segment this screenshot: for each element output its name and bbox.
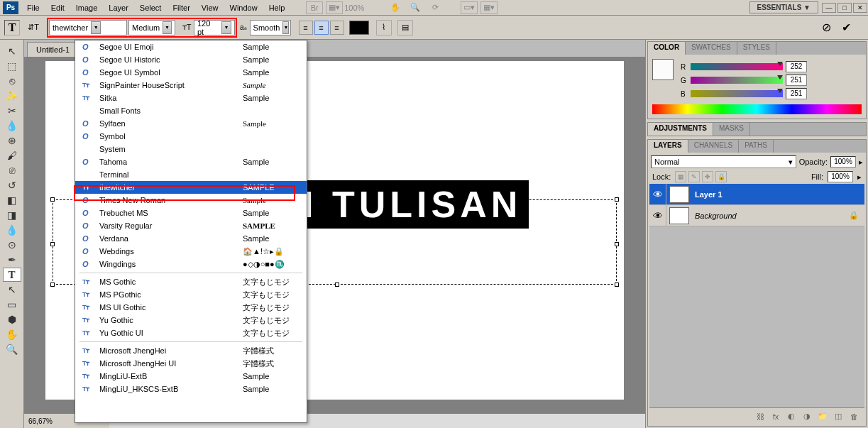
minimize-button[interactable]: — (822, 3, 836, 13)
tab-layers[interactable]: LAYERS (648, 140, 688, 153)
path-select-icon[interactable]: ↖ (3, 282, 21, 297)
font-family-combo[interactable]: thewitcher▼ (49, 20, 127, 35)
screen-mode-icon[interactable]: ▭▾ (461, 1, 478, 14)
align-left-button[interactable]: ≡ (299, 21, 313, 35)
eyedropper-tool-icon[interactable]: 💧 (3, 119, 21, 133)
font-item[interactable]: TᴛMS UI Gothic文字もじモジ (75, 301, 307, 314)
font-item[interactable]: TᴛMicrosoft JhengHei字體樣式 (75, 344, 307, 357)
blur-tool-icon[interactable]: 💧 (3, 223, 21, 237)
align-center-button[interactable]: ≡ (314, 21, 329, 35)
r-slider[interactable] (691, 63, 783, 70)
font-item[interactable]: Terminal (75, 168, 307, 181)
visibility-icon[interactable]: 👁 (649, 205, 666, 226)
fg-color-swatch[interactable] (652, 59, 674, 80)
font-item[interactable]: TᴛMicrosoft JhengHei UI字體樣式 (75, 357, 307, 370)
shape-tool-icon[interactable]: ▭ (3, 297, 21, 312)
font-item[interactable]: TᴛMingLiU_HKSCS-ExtBSample (75, 383, 307, 395)
tool-preset[interactable]: T (4, 20, 20, 35)
type-tool-icon[interactable]: T (3, 268, 21, 282)
font-item[interactable]: OWebdings🏠▲!☆▸🔒 (75, 245, 307, 258)
tab-paths[interactable]: PATHS (739, 140, 774, 153)
rotate-icon[interactable]: ⟳ (427, 1, 444, 14)
font-item[interactable]: OSylfaenSample (75, 117, 307, 130)
font-item[interactable]: OVerdanaSample (75, 232, 307, 245)
font-item[interactable]: OSegoe UI EmojiSample (75, 40, 307, 53)
gradient-tool-icon[interactable]: ◨ (3, 208, 21, 222)
link-layers-icon[interactable]: ⛓ (754, 410, 767, 423)
layer-row[interactable]: 👁Background🔒 (649, 205, 864, 226)
g-value[interactable]: 251 (786, 75, 807, 86)
font-item[interactable]: OWingdings●◇◑○■●♏ (75, 258, 307, 270)
font-item[interactable]: OSegoe UI HistoricSample (75, 53, 307, 66)
font-item[interactable]: OTrebuchet MSSample (75, 207, 307, 219)
font-item[interactable]: Small Fonts (75, 104, 307, 117)
visibility-icon[interactable]: 👁 (649, 184, 666, 205)
bridge-icon[interactable]: Br (306, 1, 323, 14)
align-right-button[interactable]: ≡ (330, 21, 344, 35)
font-item[interactable]: OTimes New RomanSample (75, 194, 307, 207)
zoom-tool-icon[interactable]: 🔍 (3, 342, 21, 356)
font-item[interactable]: TᴛthewitcherSAMPLE (75, 181, 307, 194)
commit-icon[interactable]: ✔ (838, 20, 854, 35)
menu-edit[interactable]: Edit (45, 1, 70, 14)
fill-value[interactable]: 100% (828, 171, 853, 182)
menu-layer[interactable]: Layer (103, 1, 134, 14)
hand-icon[interactable]: ✋ (387, 1, 404, 14)
adjustment-layer-icon[interactable]: ◑ (801, 410, 813, 423)
pen-tool-icon[interactable]: ✒ (3, 253, 21, 267)
font-item[interactable]: TᴛSignPainter HouseScriptSample (75, 79, 307, 92)
heal-tool-icon[interactable]: ⊛ (3, 133, 21, 148)
menu-window[interactable]: Window (224, 1, 263, 14)
brush-tool-icon[interactable]: 🖌 (3, 148, 21, 163)
layer-style-icon[interactable]: fx (769, 410, 782, 423)
tab-channels[interactable]: CHANNELS (688, 140, 739, 153)
maximize-button[interactable]: □ (837, 3, 852, 13)
menu-file[interactable]: File (21, 1, 45, 14)
font-style-combo[interactable]: Medium▼ (128, 20, 175, 35)
menu-image[interactable]: Image (70, 1, 104, 14)
g-slider[interactable] (691, 77, 783, 84)
lock-all-icon[interactable]: 🔒 (715, 171, 727, 182)
layer-mask-icon[interactable]: ◐ (785, 410, 798, 423)
menu-help[interactable]: Help (263, 1, 291, 14)
font-item[interactable]: System (75, 143, 307, 155)
layer-row[interactable]: 👁TLayer 1 (649, 184, 864, 205)
tab-swatches[interactable]: SWATCHES (686, 42, 737, 55)
crop-tool-icon[interactable]: ✂ (3, 104, 21, 118)
arrange-icon[interactable]: ▦▾ (480, 1, 498, 14)
blend-mode-combo[interactable]: Normal▾ (651, 155, 796, 168)
eraser-tool-icon[interactable]: ◧ (3, 193, 21, 207)
document-tab[interactable]: Untitled-1 (27, 42, 79, 57)
film-icon[interactable]: ▦▾ (326, 1, 343, 14)
lock-position-icon[interactable]: ✥ (702, 171, 713, 182)
tab-adjustments[interactable]: ADJUSTMENTS (648, 123, 713, 136)
stamp-tool-icon[interactable]: ⎚ (3, 163, 21, 177)
cancel-icon[interactable]: ⊘ (818, 20, 834, 35)
warp-text-icon[interactable]: ⌇ (376, 20, 392, 35)
canvas-text[interactable]: H TULISAN (280, 180, 529, 229)
font-item[interactable]: TᴛMS PGothic文字もじモジ (75, 288, 307, 301)
font-item[interactable]: TᴛSitkaSample (75, 92, 307, 104)
3d-tool-icon[interactable]: ⬢ (3, 312, 21, 327)
opacity-value[interactable]: 100% (830, 156, 856, 168)
font-item[interactable]: TᴛYu Gothic UI文字もじモジ (75, 327, 307, 339)
lock-pixels-icon[interactable]: ▦ (675, 171, 686, 182)
tab-color[interactable]: COLOR (648, 42, 686, 55)
b-slider[interactable] (691, 90, 783, 97)
menu-select[interactable]: Select (134, 1, 167, 14)
new-layer-icon[interactable]: ◫ (832, 410, 845, 423)
font-item[interactable]: OVarsity RegularSAMPLE (75, 219, 307, 232)
color-spectrum[interactable] (652, 104, 862, 114)
font-dropdown[interactable]: OSegoe UI EmojiSampleOSegoe UI HistoricS… (75, 40, 307, 423)
r-value[interactable]: 252 (786, 61, 807, 72)
magnify-icon[interactable]: 🔍 (407, 1, 424, 14)
font-item[interactable]: OTahomaSample (75, 155, 307, 168)
lasso-tool-icon[interactable]: ⎋ (3, 74, 21, 88)
font-item[interactable]: TᴛMingLiU-ExtBSample (75, 370, 307, 383)
antialias-combo[interactable]: Smooth▼ (250, 20, 291, 35)
history-brush-icon[interactable]: ↺ (3, 178, 21, 192)
tab-masks[interactable]: MASKS (713, 123, 750, 136)
zoom-menu[interactable]: 100% (346, 1, 363, 14)
font-item[interactable]: TᴛYu Gothic文字もじモジ (75, 314, 307, 327)
delete-layer-icon[interactable]: 🗑 (847, 410, 860, 423)
